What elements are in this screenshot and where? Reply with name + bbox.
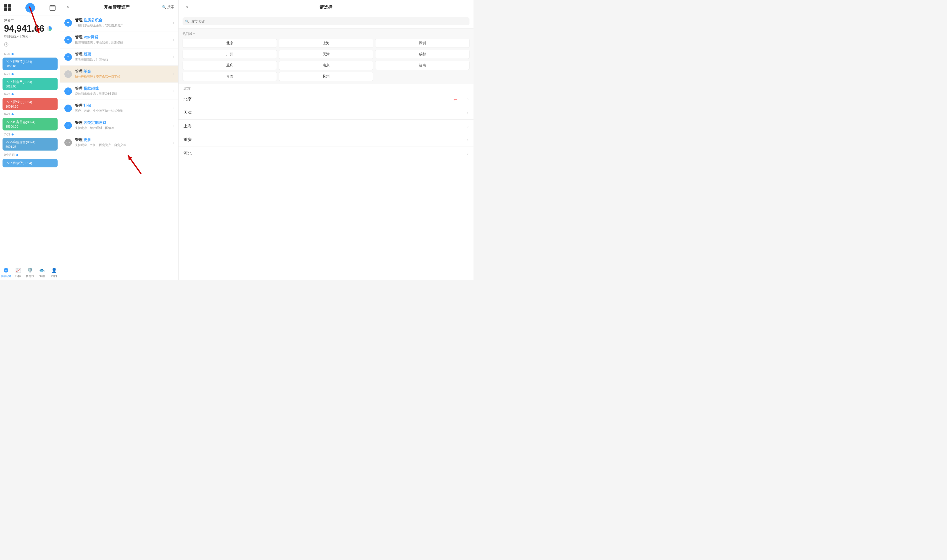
nav-wode[interactable]: 👤 我的 xyxy=(48,266,60,279)
timeline-item-1[interactable]: P2P-钱盆网(8024) 5018.00 xyxy=(3,78,58,90)
timeline-item-3[interactable]: P2P-玖富普惠(8024) 35300.00 xyxy=(3,118,58,131)
timeline-dot xyxy=(12,73,14,75)
city-name-tianjin: 天津 xyxy=(183,110,192,115)
nav-label-zhideitou: 值得投 xyxy=(26,274,34,278)
calendar-icon[interactable] xyxy=(49,4,56,11)
asset-chevron-gjj: › xyxy=(173,21,174,25)
asset-desc-fixed: 支持定存、银行理财、国债等 xyxy=(75,126,173,130)
nav-icon-yuejizhan xyxy=(3,267,9,274)
city-chip-shanghai[interactable]: 上海 xyxy=(279,39,373,48)
asset-add-gjj[interactable]: + xyxy=(65,19,72,27)
nav-label-hangqing: 行情 xyxy=(15,274,21,278)
grid-icon[interactable] xyxy=(4,4,11,11)
asset-item-fixed[interactable]: + 管理 各类定期理财 支持定存、银行理财、国债等 › xyxy=(60,117,178,134)
right-back-button[interactable]: < xyxy=(183,3,191,11)
asset-item-loan[interactable]: + 管理 贷款/借出 贷款和出借备忘，到期及时提醒 › xyxy=(60,83,178,100)
city-list: 北京 ← › 天津 › 上海 › 重庆 › 河北 › xyxy=(179,92,473,280)
asset-content-gjj: 管理 住房公积金 一键同步公积金余额，管理隐形资产 xyxy=(75,18,173,28)
timeline-item-2[interactable]: P2P-爱钱进(8024) 10030.90 xyxy=(3,98,58,110)
timeline-item-4[interactable]: P2P-麻袋财富(8024) 5001.25 xyxy=(3,138,58,151)
asset-add-more[interactable]: ··· xyxy=(65,139,72,146)
timeline-date-620: 6-20 xyxy=(0,51,60,57)
nav-yuejizhan[interactable]: 余额记账 xyxy=(0,266,12,279)
asset-add-stock[interactable]: + xyxy=(65,53,72,61)
right-header: < 请选择 xyxy=(179,0,473,14)
asset-add-fixed[interactable]: + xyxy=(65,122,72,129)
city-chip-shenzhen[interactable]: 深圳 xyxy=(375,39,470,48)
right-panel: < 请选择 热门城市 北京 上海 深圳 广州 天津 成都 重庆 南京 济南 青岛 xyxy=(179,0,473,280)
timeline-item-0[interactable]: P2P-理财范(8024) 5060.64 xyxy=(3,58,58,70)
asset-desc-fund: 钱包轻松管理！资产余额一目了然 xyxy=(75,75,173,79)
asset-item-stock[interactable]: + 管理 股票 查看每日涨跌，计算收益 › xyxy=(60,49,178,66)
asset-name-p2p: 管理 P2P网贷 xyxy=(75,35,173,40)
asset-content-stock: 管理 股票 查看每日涨跌，计算收益 xyxy=(75,52,173,62)
city-chip-chongqing[interactable]: 重庆 xyxy=(183,61,277,70)
city-list-item-shanghai[interactable]: 上海 › xyxy=(179,120,473,133)
svg-rect-0 xyxy=(50,6,55,11)
city-chip-beijing[interactable]: 北京 xyxy=(183,39,277,48)
asset-item-more[interactable]: ··· 管理 更多 支持现金、外汇、固定资产、自定义等 › xyxy=(60,134,178,151)
city-chip-nanjing[interactable]: 南京 xyxy=(279,61,373,70)
asset-name-stock: 管理 股票 xyxy=(75,52,173,57)
timeline-dot xyxy=(12,53,14,55)
asset-add-shebao[interactable]: + xyxy=(65,105,72,112)
timeline-item-5[interactable]: P2P-和信贷(8024) xyxy=(3,159,58,168)
middle-back-button[interactable]: < xyxy=(65,3,71,11)
middle-search-button[interactable]: 🔍 搜索 xyxy=(162,5,174,9)
city-chip-guangzhou[interactable]: 广州 xyxy=(183,50,277,59)
city-chip-qingdao[interactable]: 青岛 xyxy=(183,72,277,81)
nav-label-yupao: 鱼泡 xyxy=(39,274,45,278)
timeline-dot xyxy=(12,134,14,135)
asset-item-shebao[interactable]: + 管理 社保 医疗、养老、失业等五险一站式查询 › xyxy=(60,100,178,117)
net-assets-value: 94,941.66 xyxy=(4,23,56,34)
nav-label-wode: 我的 xyxy=(51,274,57,278)
city-search-wrapper xyxy=(183,17,470,25)
city-chevron-hebei: › xyxy=(467,151,468,156)
timeline: 6-20 P2P-理财范(8024) 5060.64 6-21 P2P-钱盆网(… xyxy=(0,49,60,264)
city-list-item-tianjin[interactable]: 天津 › xyxy=(179,106,473,120)
city-chip-hangzhou[interactable]: 杭州 xyxy=(279,72,373,81)
nav-icon-hangqing: 📈 xyxy=(15,267,22,274)
yesterday-earnings[interactable]: 昨日收益:-43.39元 > xyxy=(4,34,56,39)
asset-name-fixed: 管理 各类定期理财 xyxy=(75,120,173,125)
city-search-input[interactable] xyxy=(183,17,470,25)
asset-desc-loan: 贷款和出借备忘，到期及时提醒 xyxy=(75,92,173,96)
asset-chevron-fixed: › xyxy=(173,123,174,128)
nav-hangqing[interactable]: 📈 行情 xyxy=(12,266,24,279)
city-list-item-beijing[interactable]: 北京 ← › xyxy=(179,92,473,106)
add-button[interactable]: + xyxy=(25,3,35,12)
asset-chevron-more: › xyxy=(173,140,174,145)
net-assets-label: 净资产 xyxy=(4,18,56,23)
city-list-item-hebei[interactable]: 河北 › xyxy=(179,147,473,160)
red-arrow-beijing: ← xyxy=(453,96,459,103)
asset-desc-gjj: 一键同步公积金余额，管理隐形资产 xyxy=(75,23,173,28)
asset-content-p2p: 管理 P2P网贷 投资明细查询，平台监控，到期提醒 xyxy=(75,35,173,45)
timeline-dot xyxy=(12,113,14,115)
city-list-item-chongqing[interactable]: 重庆 › xyxy=(179,133,473,147)
city-chip-tianjin[interactable]: 天津 xyxy=(279,50,373,59)
city-section-title: 北京 xyxy=(179,84,473,92)
city-name-hebei: 河北 xyxy=(183,151,192,156)
asset-item-fund[interactable]: + 管理 基金 钱包轻松管理！资产余额一目了然 › xyxy=(60,66,178,83)
timeline-dot xyxy=(12,93,14,95)
city-chip-chengdu[interactable]: 成都 xyxy=(375,50,470,59)
timeline-date-623: 6-23 xyxy=(0,111,60,117)
nav-icon-zhideitou: 🛡️ xyxy=(27,267,33,274)
asset-desc-stock: 查看每日涨跌，计算收益 xyxy=(75,58,173,62)
left-panel: + 净资产 94,941.66 昨日收 xyxy=(0,0,60,280)
nav-icon-yupao: 🐟 xyxy=(39,267,45,274)
timeline-group-623: 6-23 P2P-玖富普惠(8024) 35300.00 xyxy=(0,111,60,131)
asset-item-gjj[interactable]: + 管理 住房公积金 一键同步公积金余额，管理隐形资产 › xyxy=(60,14,178,31)
city-chip-jinan[interactable]: 济南 xyxy=(375,61,470,70)
asset-add-fund[interactable]: + xyxy=(65,70,72,78)
asset-add-loan[interactable]: + xyxy=(65,88,72,95)
city-name-chongqing: 重庆 xyxy=(183,137,192,143)
timeline-date-622: 6-22 xyxy=(0,91,60,97)
asset-item-p2p[interactable]: + 管理 P2P网贷 投资明细查询，平台监控，到期提醒 › xyxy=(60,31,178,49)
asset-content-loan: 管理 贷款/借出 贷款和出借备忘，到期及时提醒 xyxy=(75,86,173,96)
nav-yupao[interactable]: 🐟 鱼泡 xyxy=(36,266,48,279)
asset-add-p2p[interactable]: + xyxy=(65,36,72,44)
asset-name-shebao: 管理 社保 xyxy=(75,103,173,108)
nav-zhideitou[interactable]: 🛡️ 值得投 xyxy=(24,266,36,279)
city-search-section xyxy=(179,14,473,29)
